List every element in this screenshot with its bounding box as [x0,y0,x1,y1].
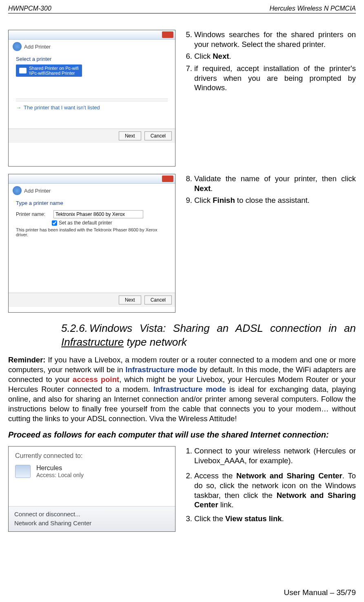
page-footer: User Manual – 35/79 [284,588,356,597]
dialog2-heading: Type a printer name [16,200,168,206]
connect-disconnect-link[interactable]: Connect or disconnect... [14,510,169,519]
printer-name-label: Printer name: [16,211,50,217]
printer-icon [19,68,27,73]
network-popup: Currently connected to: Hercules Access:… [8,446,175,532]
dialog2-title: Add Printer [24,188,51,194]
back-icon[interactable] [13,42,22,51]
step-9: Click Finish to close the assistant. [194,195,356,205]
infrastructure-mode-link-2[interactable]: Infrastructure mode [153,385,226,393]
close-icon[interactable] [162,31,173,38]
shared-printer-item[interactable]: Shared Printer on Pc-wifi \\Pc-wifi\Shar… [16,64,82,77]
printer-not-listed-link[interactable]: The printer that I want isn't listed [16,104,168,111]
reminder-paragraph: Reminder: If you have a Livebox, a modem… [8,355,356,424]
close-icon[interactable] [162,175,173,182]
add-printer-dialog-select: Add Printer Select a printer Shared Prin… [8,30,175,167]
cancel-button[interactable]: Cancel [144,295,172,304]
section-heading: 5.2.6.Windows Vista: Sharing an ADSL con… [61,322,356,349]
step-6: Click Next. [194,51,356,61]
installed-driver-note: This printer has been installed with the… [16,227,168,237]
back-icon[interactable] [13,186,22,195]
network-popup-heading: Currently connected to: [9,447,175,462]
default-printer-label: Set as the default printer [59,220,112,226]
shared-printer-text: Shared Printer on Pc-wifi \\Pc-wifi\Shar… [29,66,79,76]
dialog1-title: Add Printer [24,44,51,50]
network-icon [15,465,31,478]
network-name: Hercules [36,464,84,472]
step-7: if required, accept installation of the … [194,64,356,93]
printer-name-input[interactable] [53,210,143,218]
step-8: Validate the name of your printer, then … [194,174,356,193]
header-right: Hercules Wireless N PCMCIA [270,5,356,12]
dialog1-heading: Select a printer [16,56,168,62]
proc-step-3: Click the View status link. [194,514,356,524]
access-point-link[interactable]: access point [73,375,119,384]
cancel-button[interactable]: Cancel [144,131,172,140]
default-printer-checkbox[interactable] [52,220,57,226]
network-access: Access: Local only [36,472,84,478]
add-printer-dialog-name: Add Printer Type a printer name Printer … [8,174,175,313]
step-5: Windows searches for the shared printers… [194,30,356,49]
network-sharing-center-link[interactable]: Network and Sharing Center [14,519,169,528]
proc-step-2: Access the Network and Sharing Center. T… [194,471,356,510]
infrastructure-mode-link[interactable]: Infrastructure mode [126,365,197,374]
header-left: HWNPCM-300 [8,5,51,12]
next-button[interactable]: Next [119,295,141,304]
proc-step-1: Connect to your wireless network (Hercul… [194,446,356,465]
next-button[interactable]: Next [119,131,141,140]
header-rule [8,13,356,13]
proceed-heading: Proceed as follows for each computer tha… [8,430,356,440]
